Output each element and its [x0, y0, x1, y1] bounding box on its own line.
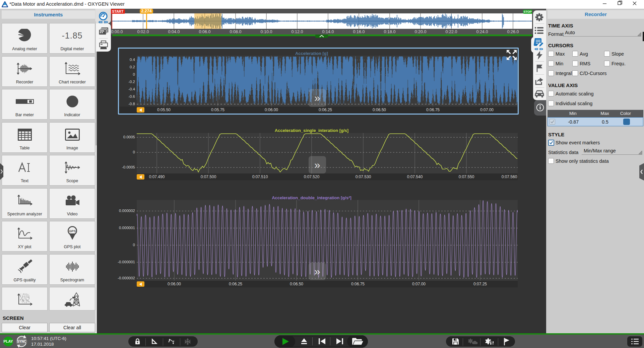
svg-text:GPS: GPS [69, 229, 75, 233]
svg-text:SYNC: SYNC [17, 340, 26, 343]
